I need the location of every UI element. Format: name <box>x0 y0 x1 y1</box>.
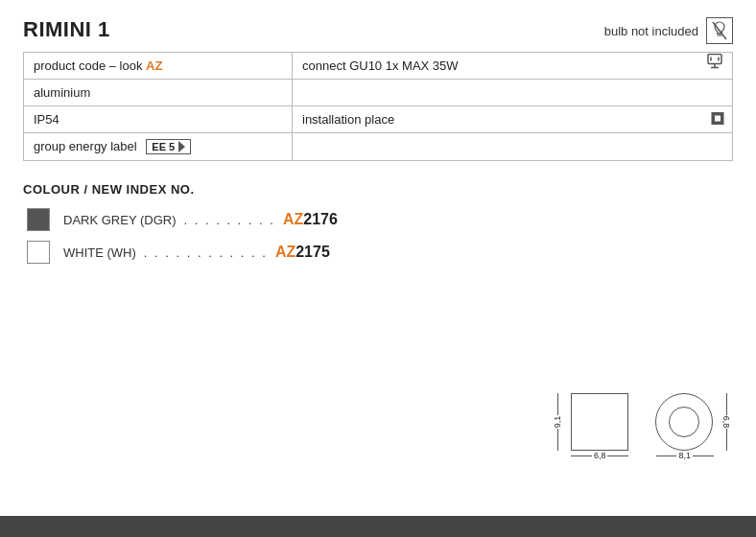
list-item: DARK GREY (DGR) . . . . . . . . . AZ2176 <box>27 208 733 231</box>
product-code-highlight: AZ <box>146 58 162 73</box>
white-swatch <box>27 241 50 264</box>
dark-grey-num: 2176 <box>303 211 338 227</box>
connector-icon <box>705 53 724 79</box>
svg-rect-3 <box>708 54 721 63</box>
product-code-label: product code – look <box>34 58 146 73</box>
dark-grey-label: DARK GREY (DGR) <box>63 213 177 227</box>
colour-list: DARK GREY (DGR) . . . . . . . . . AZ2176… <box>27 208 733 264</box>
energy-right-cell <box>293 133 733 161</box>
dark-grey-swatch <box>27 208 50 231</box>
box-height-label: 9,1 <box>553 416 562 429</box>
box-width-label: 6,8 <box>592 451 608 460</box>
circle-height-label: 6,8 <box>722 416 732 429</box>
bulb-not-included-text: bulb not included <box>604 24 698 38</box>
product-page: RIMINI 1 bulb not included product code … <box>0 0 756 537</box>
connect-cell: connect GU10 1x MAX 35W <box>293 53 733 80</box>
ip-cell: IP54 <box>24 106 293 133</box>
white-num: 2175 <box>295 244 330 260</box>
energy-row: group energy label EE 5 <box>24 133 733 161</box>
list-item: WHITE (WH) . . . . . . . . . . . . AZ217… <box>27 241 733 264</box>
white-az: AZ <box>275 244 295 260</box>
material-row: aluminium <box>24 80 733 106</box>
ip-row: IP54 installation place <box>24 106 733 133</box>
installation-label: installation place <box>302 112 394 127</box>
material-cell: aluminium <box>24 80 293 106</box>
diagrams-container: 9,1 6,8 <box>552 393 733 479</box>
colour-section-title: COLOUR / NEW INDEX NO. <box>23 182 733 197</box>
energy-label-prefix: group energy label <box>34 139 137 153</box>
energy-cell: group energy label EE 5 <box>24 133 293 161</box>
installation-cell: installation place <box>293 106 733 133</box>
box-diagram-wrap: 9,1 6,8 <box>552 393 629 460</box>
energy-arrow-icon <box>178 141 185 152</box>
connect-label: connect GU10 1x MAX 35W <box>302 58 459 73</box>
specs-table: product code – look AZ connect GU10 1x M… <box>23 52 733 161</box>
energy-value-text: EE 5 <box>152 141 175 152</box>
dark-grey-code: AZ2176 <box>283 211 338 228</box>
white-label: WHITE (WH) <box>63 245 136 260</box>
circle-diagram <box>655 393 713 451</box>
material-right-cell <box>293 80 733 106</box>
dark-grey-dots: . . . . . . . . . <box>184 213 275 227</box>
product-code-row: product code – look AZ connect GU10 1x M… <box>24 53 733 80</box>
circle-width-label: 8,1 <box>676 451 693 460</box>
bulb-icon <box>706 17 733 44</box>
circle-inner <box>669 407 699 437</box>
dark-grey-az: AZ <box>283 211 303 227</box>
svg-rect-9 <box>715 115 721 121</box>
footer-bar <box>0 516 756 537</box>
energy-value-badge: EE 5 <box>146 139 191 154</box>
white-dots: . . . . . . . . . . . . <box>144 245 268 260</box>
white-code: AZ2175 <box>275 244 330 261</box>
product-code-cell: product code – look AZ <box>24 53 293 80</box>
box-diagram <box>571 393 628 451</box>
bulb-not-included-label: bulb not included <box>604 17 733 44</box>
circle-diagram-wrap: 6,8 8,1 <box>655 393 733 460</box>
installation-icon <box>711 111 724 128</box>
